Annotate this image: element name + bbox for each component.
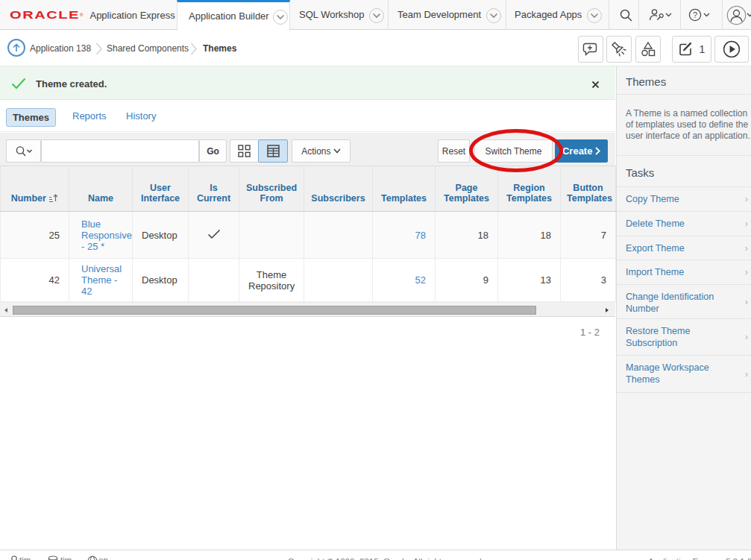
- svg-text:?: ?: [693, 10, 697, 19]
